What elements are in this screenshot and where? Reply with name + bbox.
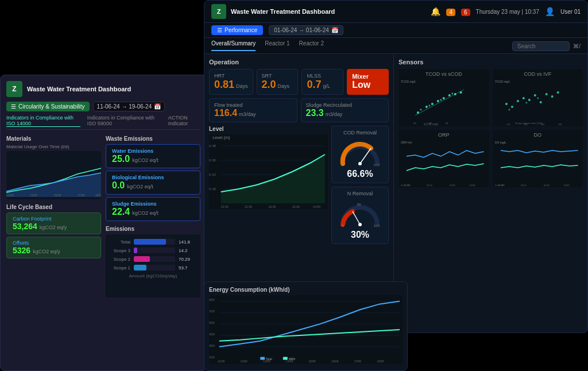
user-icon: 👤 [545,7,555,16]
offsets-unit: kgCO2 eq/y [33,249,60,254]
cod-ivf-title: COD vs IVF [495,71,581,77]
emissions-bar-section: Emissions Total 141.8 Scope 3 [106,226,200,297]
svg-rect-100 [283,357,288,360]
badge-red-btn[interactable]: 6 [461,6,470,17]
n-gauge-svg: 0 50 100 [337,199,383,227]
back-panel: Z Waste Water Treatment Dashboard ☰ Circ… [0,75,207,371]
mixer-label: Mixer [352,73,384,80]
bar-fill-scope3 [134,248,137,253]
offsets-card: Offsets 5326 kgCO2 eq/y [6,237,101,258]
back-panel-header: Z Waste Water Treatment Dashboard [6,81,200,97]
n-gauge-card: N Removal 0 50 100 [331,187,389,244]
svg-point-50 [510,106,513,108]
svg-text:15/06: 15/06 [54,194,61,197]
badge-orange-btn[interactable]: 4 [446,6,455,17]
svg-text:23:15: 23:15 [520,184,527,187]
circularity-btn[interactable]: ☰ Circularity & Sustainability [6,102,90,111]
tcod-scod-chart: TCOD mg/L [401,78,487,127]
tab-reactor2[interactable]: Reactor 2 [299,40,324,51]
svg-text:23:00: 23:00 [269,205,276,208]
tab-action[interactable]: ACTION Indicator [168,115,200,127]
level-title: Level [209,126,328,132]
svg-text:15/06: 15/06 [308,360,316,363]
bottom-energy-panel: Energy Consumption (kWh/d) 900 700 500 4… [204,281,408,371]
op-cards-row1: HRT 0.81 Days SRT 2.0 Days MLSS [209,69,389,95]
back-date-range[interactable]: 11-06-24 → 19-06-24 📅 [93,102,165,111]
hrt-card: HRT 0.81 Days [209,69,253,95]
svg-line-25 [353,211,360,225]
svg-text:500: 500 [209,321,215,324]
svg-point-42 [451,93,453,95]
cod-gauge-svg: 0 50 100 [337,138,383,167]
svg-point-21 [358,162,362,165]
level-gauges-row: Level Level (m) 0.38 0.30 [209,126,389,248]
tab-reactor1[interactable]: Reactor 1 [265,40,289,51]
svg-point-34 [437,100,439,102]
svg-text:50: 50 [357,142,361,145]
svg-point-58 [556,91,559,94]
carbon-unit: kgCO2 eq/y [40,225,67,230]
bar-scope3: Scope 3 14.2 [110,248,196,253]
emissions-bar-title: Emissions [106,226,200,232]
sensors-title: Sensors [399,59,583,65]
level-chart: Level (m) 0.38 0.30 0.22 0.16 [209,134,328,209]
user-label: User 01 [560,9,581,15]
level-section: Level Level (m) 0.38 0.30 [209,126,328,248]
main-logo: Z [211,4,226,19]
bio-emissions-value: 0.0 [112,180,125,191]
flow-label: Flow treated [214,102,292,108]
svg-text:400: 400 [209,333,215,336]
performance-btn[interactable]: ☰ Performance [211,25,263,35]
hrt-unit: Days [236,83,248,89]
main-header-right: 🔔 4 6 Thursday 23 may | 10:37 👤 User 01 [431,6,581,17]
level-y-label: Level (m) [212,136,230,140]
svg-marker-14 [221,154,325,203]
water-emissions-card: Water Emissions 25.0 kgCO2 eq/t [106,144,200,168]
energy-chart-svg: 900 700 500 400 300 100 11/06 12/06 13/0… [209,295,403,364]
bio-emissions-unit: kgCO2 eq/t [127,184,153,190]
svg-line-43 [415,90,464,115]
svg-text:700: 700 [209,310,215,313]
svg-point-59 [508,109,510,110]
tab-iso14000[interactable]: Indicators in Compliance with ISO 14000 [6,115,80,127]
cod-ivf-card: COD vs IVF TCOD mg/L [493,69,583,126]
svg-point-57 [551,95,553,98]
date-range-chip[interactable]: 01-06-24 → 01-06-24 📅 [269,25,343,35]
bar-total: Total 141.8 [110,239,196,245]
lifecycle-section: Life Cycle Based Carbon Footprint 53,264… [6,204,101,258]
svg-point-56 [545,93,547,95]
waste-section: Waste Emissions Water Emissions 25.0 kgC… [106,136,200,297]
svg-text:190: 190 [558,123,562,126]
back-panel-logo: Z [6,81,22,97]
svg-point-41 [440,99,442,101]
svg-point-40 [428,105,430,106]
mlss-value: 0.7 [307,79,321,91]
sludge-card: Sludge Recirculated 23.3 m3/day [301,98,389,122]
n-gauge-title: N Removal [335,191,385,196]
flow-unit: m3/day [239,111,256,117]
mlss-card: MLSS 0.7 g/L [301,69,343,95]
svg-text:Oct 15, 2025: Oct 15, 2025 [495,184,505,187]
water-emissions-value: 25.0 [112,154,130,164]
svg-point-36 [448,94,451,96]
bar-scope1: Scope 1 53.7 [110,265,196,270]
waste-title: Waste Emissions [106,136,200,142]
sludge-emissions-card: Sludge Emissions 22.4 kgCO2 eq/t [106,197,200,221]
svg-text:Oct 11, 2025: Oct 11, 2025 [401,184,411,187]
svg-text:23:44: 23:44 [543,184,550,187]
svg-point-61 [537,98,539,99]
svg-text:11/06: 11/06 [6,194,14,197]
materials-section: Materials Material Usage Over Time (t/d)… [6,136,101,297]
tab-iso59000[interactable]: Indicators in Compliance with ISO 59000 [87,115,161,127]
do-chart: DO mg/L 22:59 23:15 23:44 24:00 Oct 15, … [495,139,581,188]
notification-bell[interactable]: 🔔 [431,7,440,16]
mixer-card: Mixer Low [347,69,389,95]
tab-overall[interactable]: Overall/Summary [211,40,256,51]
search-input[interactable] [512,41,570,51]
svg-point-51 [516,100,519,102]
svg-point-26 [358,223,362,226]
bar-fill-scope1 [134,265,146,270]
back-panel-tabs: Indicators in Compliance with ISO 14000 … [6,115,200,130]
svg-text:DO mg/L: DO mg/L [495,141,506,144]
energy-title: Energy Consumption (kWh/d) [209,287,403,293]
